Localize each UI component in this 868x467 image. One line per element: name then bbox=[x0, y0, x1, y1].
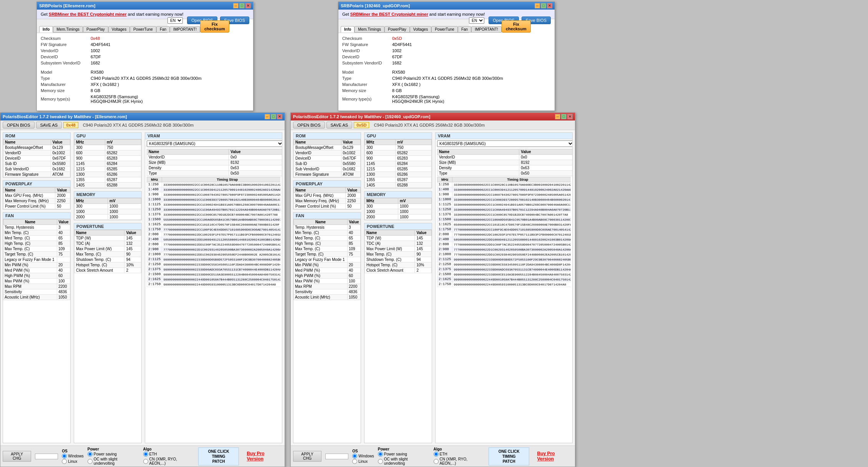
power-group-right: Power Power saving OC with slight underv… bbox=[378, 447, 430, 465]
maximize-btn-polaris-left[interactable]: □ bbox=[271, 114, 276, 119]
close-btn-polaris-left[interactable]: ✕ bbox=[277, 114, 282, 119]
checksum-badge-right: 0x5D bbox=[354, 122, 369, 128]
table-row: 1:12503330000000000000022CC1C00A494937B0… bbox=[147, 207, 281, 212]
mem-types-label-right: Memory type(s) bbox=[342, 97, 392, 101]
table-row: 2:16259990000000000000022449D001058A7B44… bbox=[147, 277, 281, 282]
lang-select-right[interactable]: EN bbox=[469, 17, 484, 24]
fan-section-header-left: FAN bbox=[3, 213, 70, 219]
algo-eth-radio-right[interactable] bbox=[434, 452, 439, 457]
subsys-vendor-value-right: 1682 bbox=[392, 61, 401, 65]
algo-cn-radio-left[interactable] bbox=[143, 459, 148, 464]
buy-pro-link-right[interactable]: Buy Pro Version bbox=[537, 451, 573, 462]
minimize-btn-polaris-right[interactable]: ─ bbox=[555, 114, 560, 119]
maximize-btn-polaris-right[interactable]: □ bbox=[561, 114, 567, 119]
apply-chg-btn-left[interactable]: APPLY CHG bbox=[3, 451, 31, 462]
vram-select-left[interactable]: K4G80325FB (SAMSUNG) bbox=[147, 140, 282, 147]
minimize-btn-polaris-left[interactable]: ─ bbox=[265, 114, 270, 119]
apply-chg-btn-right[interactable]: APPLY CHG bbox=[293, 451, 321, 462]
tab-important-left[interactable]: IMPORTANT! bbox=[170, 26, 200, 33]
gpu-table-left: MHzmV 300750 60065282 90065283 114565284… bbox=[74, 139, 141, 188]
table-row: 2:13759990000000000000022339D00ADC693A70… bbox=[147, 267, 281, 272]
table-row: 1:250333000000000000022CC1C00628C110B105… bbox=[147, 182, 281, 187]
one-click-btn-right[interactable]: ONE CLICK TIMINGPATCH bbox=[489, 447, 530, 465]
table-row: 1:16256560000000000000022CC101E16C47D057… bbox=[437, 222, 571, 227]
table-row: 1:400333000000000000022CC1C0063941211205… bbox=[437, 187, 571, 192]
table-row: 1:11253330000000000000022CC1C00024941B93… bbox=[147, 202, 281, 207]
os-linux-radio-left[interactable] bbox=[62, 459, 67, 464]
open-bios-polaris-right[interactable]: OPEN BIOS bbox=[293, 122, 325, 129]
tab-fan-left[interactable]: Fan bbox=[156, 26, 170, 33]
table-row: Max Temp. (C)109 bbox=[294, 246, 361, 252]
table-row: 1:15005550000000000000022CC100A0D565B41C… bbox=[437, 217, 571, 222]
tab-mem-timings-right[interactable]: Mem.Timings bbox=[354, 26, 384, 33]
table-row: 1:16256560000000000000022CC101E16C47D057… bbox=[147, 222, 281, 227]
table-row: Med Temp. (C)65 bbox=[3, 236, 70, 241]
srbminer-link-left[interactable]: SRBMiner the BEST Cryptonight miner bbox=[49, 12, 127, 17]
os-group-left: OS Windows Linux bbox=[62, 449, 84, 464]
minimize-btn-left-info[interactable]: ─ bbox=[233, 3, 239, 8]
table-row: Hotspot Temp. (C)10% bbox=[75, 262, 141, 268]
tab-powertune-right[interactable]: PowerTune bbox=[431, 26, 458, 33]
close-btn-polaris-right[interactable]: ✕ bbox=[567, 114, 573, 119]
vram-info-table-left: NameValue VendorID0x0 Size (MB)8192 Dens… bbox=[147, 149, 282, 176]
table-row: 1:400333000000000000022CC1C0063941211205… bbox=[147, 187, 281, 192]
apply-chg-input-right[interactable] bbox=[325, 454, 348, 459]
os-windows-radio-left[interactable] bbox=[62, 454, 67, 459]
open-bios-polaris-left[interactable]: OPEN BIOS bbox=[3, 122, 35, 129]
table-row: Max PWM (%)100 bbox=[3, 279, 70, 284]
fix-checksum-btn-right[interactable]: Fix checksum bbox=[502, 20, 531, 33]
table-row: Max Temp. (C)90 bbox=[75, 252, 141, 257]
os-group-right: OS Windows Linux bbox=[352, 449, 374, 464]
save-as-polaris-right[interactable]: SAVE AS bbox=[326, 122, 353, 129]
table-row: 2:10007770000000000000022DD1C00293846296… bbox=[437, 252, 571, 257]
oc-slight-radio-left[interactable] bbox=[88, 459, 93, 464]
maximize-btn-left-info[interactable]: □ bbox=[239, 3, 245, 8]
tab-powertune-left[interactable]: PowerTune bbox=[130, 26, 156, 33]
apply-chg-input-left[interactable] bbox=[35, 454, 58, 459]
table-row: Sensitivity4836 bbox=[294, 289, 361, 295]
vram-select-right[interactable]: K4G80325FB (SAMSUNG) bbox=[437, 140, 573, 147]
tab-important-right[interactable]: IMPORTANT! bbox=[471, 26, 502, 33]
table-row: Med PWM (%)40 bbox=[294, 268, 361, 273]
tab-mem-timings-left[interactable]: Mem.Timings bbox=[53, 26, 83, 33]
table-row: 1:11253330000000000000022CC1C00024941B93… bbox=[437, 202, 571, 207]
type-value-right: C940 Polaris20 XTX A1 GDDR5 256Mx32 8GB … bbox=[392, 76, 503, 81]
tab-powerplay-left[interactable]: PowerPlay bbox=[83, 26, 108, 33]
close-btn-left-info[interactable]: ✕ bbox=[245, 3, 251, 8]
tab-voltages-left[interactable]: Voltages bbox=[108, 26, 130, 33]
lang-select-left[interactable]: EN bbox=[167, 17, 183, 24]
one-click-btn-left[interactable]: ONE CLICK TIMINGPATCH bbox=[198, 447, 239, 465]
buy-pro-link-left[interactable]: Buy Pro Version bbox=[247, 451, 282, 462]
fix-checksum-btn-left[interactable]: Fix checksum bbox=[200, 20, 229, 33]
table-row: TDP (W)145 bbox=[365, 236, 432, 241]
tab-fan-right[interactable]: Fan bbox=[458, 26, 471, 33]
power-saving-radio-right[interactable] bbox=[378, 452, 383, 457]
table-row: 2:9007770000000000000022D1C0029314626505… bbox=[437, 247, 571, 252]
algo-eth-radio-left[interactable] bbox=[143, 452, 148, 457]
powertune-section-header-right: POWERTUNE bbox=[364, 223, 432, 230]
os-linux-radio-right[interactable] bbox=[352, 459, 357, 464]
table-row: Shutdown Temp. (C)94 bbox=[75, 257, 141, 262]
save-as-polaris-left[interactable]: SAVE AS bbox=[36, 122, 62, 129]
table-row: VendorID0x1002 bbox=[3, 150, 70, 156]
os-windows-radio-right[interactable] bbox=[352, 454, 357, 459]
table-row: 90065283 bbox=[75, 156, 141, 161]
tab-info-right[interactable]: Info bbox=[341, 26, 354, 33]
close-btn-right-info[interactable]: ✕ bbox=[547, 3, 552, 8]
rom-value-col-left: Value bbox=[51, 140, 70, 145]
oc-slight-radio-right[interactable] bbox=[378, 459, 383, 464]
memory-section-header-left: MEMORY bbox=[74, 191, 141, 198]
algo-cn-radio-right[interactable] bbox=[434, 459, 439, 464]
power-saving-radio-left[interactable] bbox=[88, 452, 93, 457]
maximize-btn-right-info[interactable]: □ bbox=[541, 3, 546, 8]
mem-size-label-left: Memory size bbox=[41, 88, 91, 93]
gpu-section-header-left: GPU bbox=[74, 133, 141, 139]
srbminer-link-right[interactable]: SRBMiner the BEST Cryptonight miner bbox=[350, 12, 428, 17]
tab-powerplay-right[interactable]: PowerPlay bbox=[384, 26, 410, 33]
minimize-btn-right-info[interactable]: ─ bbox=[535, 3, 540, 8]
gpu-info-left: C940 Polaris20 XTX A1 GDDR5 256Mx32 8GB … bbox=[83, 123, 194, 127]
device-id-label-left: DeviceID bbox=[41, 54, 91, 59]
tab-voltages-right[interactable]: Voltages bbox=[410, 26, 431, 33]
polaris-right-bottom-bar: APPLY CHG OS Windows Linux Power Power s… bbox=[291, 446, 575, 467]
tab-info-left[interactable]: Info bbox=[39, 26, 53, 33]
